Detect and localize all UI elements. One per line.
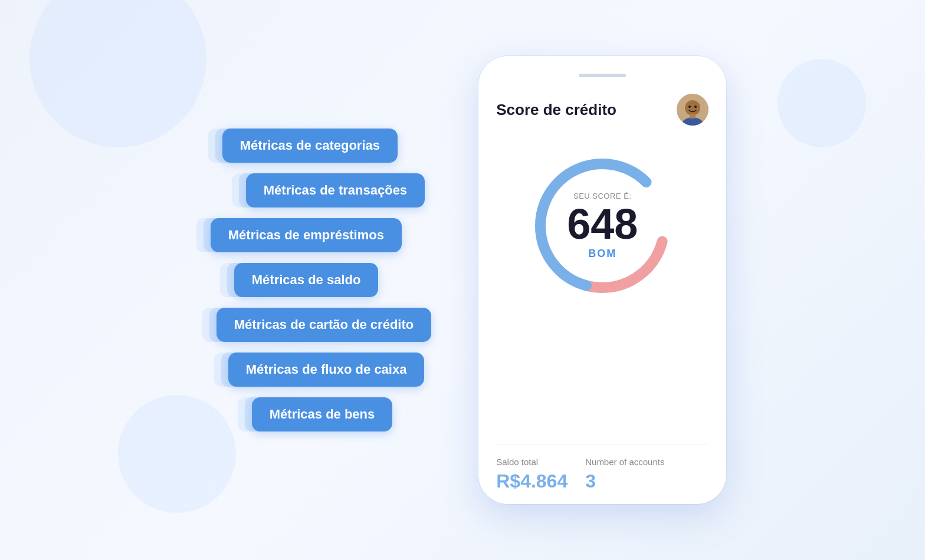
phone-stats: Saldo total R$4.864 Number of accounts 3 [496, 444, 708, 492]
metric-tag-wrapper-fluxo: Métricas de fluxo de caixa [228, 353, 425, 387]
metric-saldo[interactable]: Métricas de saldo [234, 263, 379, 297]
phone-title: Score de crédito [496, 101, 616, 119]
list-item[interactable]: Métricas de empréstimos [211, 218, 431, 252]
stat-accounts: Number of accounts 3 [585, 457, 664, 492]
list-item[interactable]: Métricas de cartão de crédito [217, 308, 431, 342]
score-rating: BOM [588, 248, 616, 260]
metric-categorias[interactable]: Métricas de categorias [222, 129, 398, 163]
phone-content: Score de crédito [478, 82, 726, 504]
score-label: SEU SCORE É: [573, 192, 631, 200]
svg-rect-3 [690, 114, 696, 118]
metric-emprestimos[interactable]: Métricas de empréstimos [211, 218, 402, 252]
svg-point-4 [688, 106, 691, 108]
svg-point-1 [685, 100, 700, 116]
metric-transacoes[interactable]: Métricas de transações [246, 173, 425, 207]
stat-balance: Saldo total R$4.864 [496, 457, 568, 492]
score-value: 648 [567, 203, 638, 245]
metric-tag-wrapper-emprestimos: Métricas de empréstimos [211, 218, 402, 252]
score-center: SEU SCORE É: 648 BOM [567, 192, 638, 260]
metric-tag-wrapper-categorias: Métricas de categorias [222, 129, 398, 163]
metric-tag-wrapper-bens: Métricas de bens [252, 397, 393, 431]
phone-notch-area [478, 74, 726, 77]
list-item[interactable]: Métricas de transações [246, 173, 431, 207]
main-container: Métricas de categorias Métricas de trans… [0, 0, 925, 560]
balance-label: Saldo total [496, 457, 568, 467]
list-item[interactable]: Métricas de saldo [234, 263, 431, 297]
accounts-value: 3 [585, 470, 664, 492]
accounts-label: Number of accounts [585, 457, 664, 467]
metric-tag-wrapper-cartao: Métricas de cartão de crédito [217, 308, 431, 342]
avatar-svg [677, 94, 708, 126]
phone-header: Score de crédito [496, 94, 708, 126]
phone-mockup: Score de crédito [478, 56, 726, 504]
balance-value: R$4.864 [496, 470, 568, 492]
metric-fluxo[interactable]: Métricas de fluxo de caixa [228, 353, 425, 387]
bg-blob-1 [29, 0, 206, 147]
metric-bens[interactable]: Métricas de bens [252, 397, 393, 431]
bg-blob-3 [778, 59, 866, 147]
svg-point-5 [694, 106, 697, 108]
metric-tag-wrapper-saldo: Métricas de saldo [234, 263, 379, 297]
list-item[interactable]: Métricas de fluxo de caixa [228, 353, 431, 387]
metrics-list: Métricas de categorias Métricas de trans… [199, 129, 431, 431]
metric-tag-wrapper-transacoes: Métricas de transações [246, 173, 425, 207]
list-item[interactable]: Métricas de bens [252, 397, 431, 431]
score-gauge-container: SEU SCORE É: 648 BOM [496, 149, 708, 302]
phone-notch [579, 74, 626, 77]
list-item[interactable]: Métricas de categorias [222, 129, 431, 163]
metric-cartao[interactable]: Métricas de cartão de crédito [217, 308, 431, 342]
avatar [677, 94, 708, 126]
